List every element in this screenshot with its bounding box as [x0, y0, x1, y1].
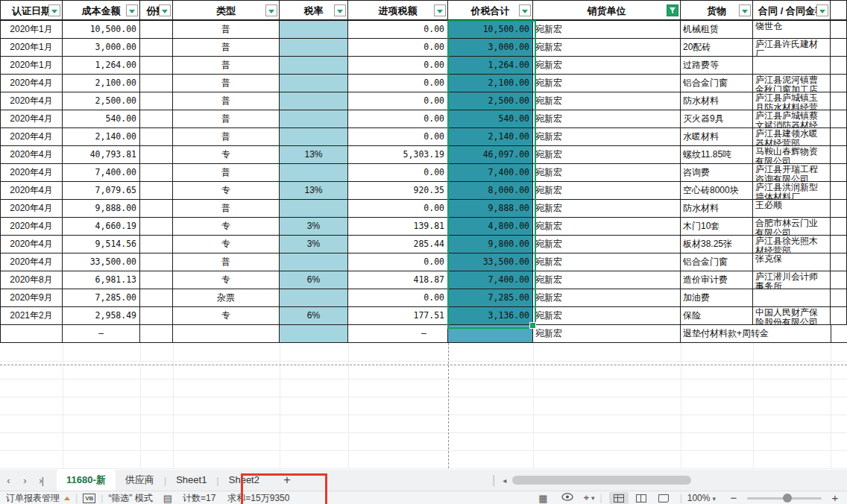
- cell-note[interactable]: 退垫付材料款+周转金: [681, 325, 831, 343]
- cell-extra[interactable]: [831, 57, 847, 75]
- cell-extra[interactable]: [831, 164, 847, 182]
- cell-input-tax[interactable]: 0.00: [348, 110, 448, 128]
- cell-date[interactable]: 2020年1月: [0, 57, 63, 75]
- cell-contract[interactable]: 庐江县开瑞工程咨询有限公司: [753, 164, 831, 182]
- cell-total[interactable]: 1,264.00: [448, 57, 533, 75]
- cell-date[interactable]: 2020年8月: [0, 271, 63, 289]
- cell-date[interactable]: 2020年4月: [0, 92, 63, 110]
- cell-goods[interactable]: 加油费: [681, 289, 753, 307]
- cell-seller[interactable]: 宛新宏: [533, 57, 681, 75]
- zoom-in-button[interactable]: +: [829, 492, 841, 504]
- cell-cost[interactable]: 6,981.13: [63, 271, 140, 289]
- cell-copies[interactable]: [140, 39, 173, 57]
- cell-total[interactable]: 7,400.00: [448, 164, 533, 182]
- cell-copies[interactable]: [140, 92, 173, 110]
- cell-date[interactable]: 2020年1月: [0, 39, 63, 57]
- cell-extra[interactable]: [831, 21, 847, 39]
- cell-cost[interactable]: 1,264.00: [63, 57, 140, 75]
- cell-extra[interactable]: [831, 110, 847, 128]
- sheet-tab-supplier[interactable]: 供应商: [116, 470, 164, 491]
- cell-contract[interactable]: 饶世仓: [753, 21, 831, 39]
- cell-total[interactable]: 7,285.00: [448, 289, 533, 307]
- cell-rate[interactable]: [280, 75, 348, 92]
- cell-date[interactable]: [0, 325, 63, 343]
- cell-total[interactable]: 9,800.00: [448, 236, 533, 253]
- column-header-date[interactable]: 认证日期: [0, 0, 63, 21]
- cell-copies[interactable]: [140, 182, 173, 200]
- cell-seller[interactable]: 宛新宏: [533, 325, 681, 343]
- cell-contract[interactable]: 庐江县庐城镇玉月防水材料经营: [753, 92, 831, 110]
- cell-goods[interactable]: 机械租赁: [681, 21, 753, 39]
- cell-date[interactable]: 2020年4月: [0, 164, 63, 182]
- filter-dropdown-icon[interactable]: [265, 4, 277, 16]
- cell-copies[interactable]: [140, 325, 173, 343]
- cell-extra[interactable]: [831, 236, 847, 253]
- cell-extra[interactable]: [831, 289, 847, 307]
- table-lookup-icon[interactable]: ▦: [538, 493, 547, 504]
- filter-active-icon[interactable]: [667, 4, 678, 16]
- cell-date[interactable]: 2020年9月: [0, 289, 63, 307]
- cell-copies[interactable]: [140, 271, 173, 289]
- cell-extra[interactable]: [831, 271, 847, 289]
- cell-input-tax[interactable]: 418.87: [348, 271, 448, 289]
- add-sheet-button[interactable]: +: [280, 473, 295, 487]
- cell-extra[interactable]: [831, 182, 847, 200]
- normal-view-button[interactable]: [609, 492, 629, 504]
- cell-type[interactable]: 普: [173, 164, 280, 182]
- sheet-tab-sheet2[interactable]: Sheet2: [219, 470, 269, 491]
- cell-input-tax[interactable]: 177.51: [348, 307, 448, 325]
- cell-date[interactable]: 2020年4月: [0, 218, 63, 236]
- cell-contract[interactable]: [753, 57, 831, 75]
- cell-date[interactable]: 2020年4月: [0, 75, 63, 92]
- cell-input-tax[interactable]: 0.00: [348, 39, 448, 57]
- cell-date[interactable]: 2020年4月: [0, 146, 63, 164]
- cell-goods[interactable]: 保险: [681, 307, 753, 325]
- cell-contract[interactable]: 庐江县洪润新型墙体材料厂: [753, 182, 831, 200]
- cell-rate[interactable]: [280, 39, 348, 57]
- cell-rate[interactable]: [280, 325, 348, 343]
- cell-goods[interactable]: 防水材料: [681, 92, 753, 110]
- cell-copies[interactable]: [140, 57, 173, 75]
- cell-total[interactable]: 3,136.00: [448, 307, 533, 325]
- cell-input-tax[interactable]: 0.00: [348, 128, 448, 146]
- cell-contract[interactable]: 庐江县许氏建材厂: [753, 39, 831, 57]
- cell-seller[interactable]: 宛新宏: [533, 164, 681, 182]
- cell-contract[interactable]: [753, 289, 831, 307]
- cell-goods[interactable]: 咨询费: [681, 164, 753, 182]
- cell-input-tax[interactable]: 0.00: [348, 21, 448, 39]
- cell-rate[interactable]: 3%: [280, 218, 348, 236]
- cell-type[interactable]: 杂票: [173, 289, 280, 307]
- cell-goods[interactable]: 灭火器9具: [681, 110, 753, 128]
- zoom-out-button[interactable]: −: [728, 492, 740, 504]
- cell-copies[interactable]: [140, 253, 173, 271]
- filter-dropdown-icon[interactable]: [434, 4, 446, 16]
- horizontal-scrollbar[interactable]: | ◂: [492, 476, 691, 485]
- cell-type[interactable]: 普: [173, 21, 280, 39]
- cell-extra[interactable]: [831, 75, 847, 92]
- column-header-contract[interactable]: 合同 / 合同金额: [753, 0, 831, 21]
- cell-date[interactable]: 2020年4月: [0, 110, 63, 128]
- cell-total[interactable]: 540.00: [448, 110, 533, 128]
- sheet-tab-sheet1[interactable]: Sheet1: [166, 470, 216, 491]
- cell-contract[interactable]: 中国人民财产保险股份有限公司: [753, 307, 831, 325]
- filter-dropdown-icon[interactable]: [126, 4, 138, 16]
- cell-cost-total[interactable]: –: [63, 325, 140, 343]
- macro-vb-icon[interactable]: VB: [83, 494, 95, 503]
- cell-input-tax[interactable]: 5,303.19: [348, 146, 448, 164]
- scrollbar-thumb[interactable]: [512, 476, 691, 485]
- filter-dropdown-icon[interactable]: [48, 4, 60, 16]
- cell-type[interactable]: 专: [173, 271, 280, 289]
- cell-extra[interactable]: [831, 200, 847, 218]
- cell-cost[interactable]: 9,514.56: [63, 236, 140, 253]
- cell-copies[interactable]: [140, 146, 173, 164]
- cell-cost[interactable]: 4,660.19: [63, 218, 140, 236]
- cell-rate[interactable]: 6%: [280, 271, 348, 289]
- cell-cost[interactable]: 10,500.00: [63, 21, 140, 39]
- cell-cost[interactable]: 7,400.00: [63, 164, 140, 182]
- cell-goods[interactable]: 水暖材料: [681, 128, 753, 146]
- cell-rate[interactable]: [280, 164, 348, 182]
- cell-total[interactable]: 4,800.00: [448, 218, 533, 236]
- cell-goods[interactable]: 过路费等: [681, 57, 753, 75]
- cell-copies[interactable]: [140, 200, 173, 218]
- cell-goods[interactable]: 螺纹11.85吨: [681, 146, 753, 164]
